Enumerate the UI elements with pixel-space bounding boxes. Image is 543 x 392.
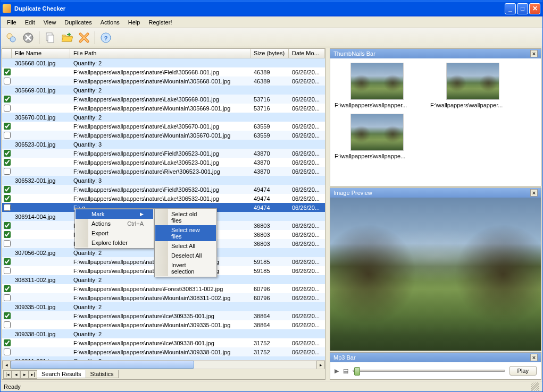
row-checkbox[interactable]	[2, 216, 12, 217]
find-duplicates-button[interactable]	[4, 30, 19, 45]
titlebar[interactable]: Duplicate Checker _ □ ✕	[1, 1, 542, 16]
file-row[interactable]: F:\wallpappers\wallpappers\nature\Field\…	[2, 185, 325, 194]
thumbnail-item[interactable]: F:\wallpappers\wallpapper...	[430, 63, 515, 108]
group-row[interactable]: 305669-001.jpgQuantity: 2	[2, 86, 325, 95]
group-row[interactable]: 305670-001.jpgQuantity: 2	[2, 113, 325, 122]
row-checkbox[interactable]	[2, 306, 12, 308]
group-row[interactable]: 305668-001.jpgQuantity: 2	[2, 58, 325, 67]
row-checkbox[interactable]	[2, 63, 12, 64]
menu-file[interactable]: File	[3, 18, 21, 27]
row-checkbox[interactable]	[2, 294, 12, 302]
horizontal-scrollbar[interactable]: ◂ ▸	[2, 360, 325, 369]
context-menu[interactable]: Mark▶ActionsCtrl+AExportExplore folder	[74, 208, 154, 249]
menu-actions[interactable]: Actions	[96, 18, 124, 27]
file-row[interactable]: F:\wallpappers\wallpappers\nature\Forest…	[2, 284, 325, 293]
file-row[interactable]: F:\wallpappers\wallpappers\nature\Mounta…	[2, 76, 325, 86]
thumbnail-item[interactable]: F:\wallpappers\wallpappe...	[335, 114, 420, 159]
file-row[interactable]: F:\wallpappers\wallpappers\nature\Mounta…	[2, 320, 325, 329]
scroll-left-icon[interactable]: ◂	[2, 361, 11, 369]
stop-button[interactable]	[21, 30, 36, 45]
row-checkbox[interactable]	[2, 95, 12, 103]
play-icon[interactable]: ▶	[335, 368, 339, 374]
close-button[interactable]: ✕	[529, 3, 540, 14]
column-checkbox[interactable]	[2, 49, 12, 58]
file-row[interactable]: F:\wallpappers\wallpappers\nature\Field\…	[2, 67, 325, 76]
file-row[interactable]: F:\wallpappers\wallpappers\nature\Mounta…	[2, 347, 325, 356]
ctx-item-explore-folder[interactable]: Explore folder	[76, 238, 153, 248]
close-panel-icon[interactable]: ×	[530, 50, 538, 57]
close-panel-icon[interactable]: ×	[530, 189, 538, 197]
sheet-nav-button[interactable]: ◂	[12, 370, 20, 379]
file-row[interactable]: F:\wallpappers\wallpappers\nature\Mounta…	[2, 293, 325, 302]
row-checkbox[interactable]	[2, 185, 12, 193]
row-checkbox[interactable]	[2, 167, 12, 175]
row-checkbox[interactable]	[2, 231, 12, 238]
row-checkbox[interactable]	[2, 339, 12, 347]
menu-register[interactable]: Register!	[144, 18, 176, 27]
ctx-item-export[interactable]: Export	[76, 228, 153, 238]
column-filepath[interactable]: File Path	[70, 49, 250, 58]
row-checkbox[interactable]	[2, 221, 12, 229]
row-checkbox[interactable]	[2, 68, 12, 76]
menu-duplicates[interactable]: Duplicates	[60, 18, 96, 27]
column-filename[interactable]: File Name	[12, 49, 70, 58]
mp3-header[interactable]: Mp3 Bar ×	[330, 353, 541, 362]
row-checkbox[interactable]	[2, 77, 12, 85]
thumbnails-body[interactable]: F:\wallpappers\wallpapper...F:\wallpappe…	[330, 58, 541, 164]
menu-edit[interactable]: Edit	[21, 18, 39, 27]
file-row[interactable]: F:\wallpappers\wallpappers\nature\Mounta…	[2, 104, 325, 113]
row-checkbox[interactable]	[2, 194, 12, 202]
row-checkbox[interactable]	[2, 267, 12, 275]
group-row[interactable]: 306523-001.jpgQuantity: 3	[2, 140, 325, 149]
row-checkbox[interactable]	[2, 180, 12, 181]
delete-button[interactable]	[77, 30, 91, 45]
group-row[interactable]: 309335-001.jpgQuantity: 2	[2, 302, 325, 311]
thumbnail-item[interactable]: F:\wallpappers\wallpapper...	[335, 63, 420, 108]
sheet-tab-statistics[interactable]: Statistics	[86, 370, 119, 378]
row-checkbox[interactable]	[2, 321, 12, 329]
playlist-icon[interactable]: ▤	[343, 368, 348, 374]
file-row[interactable]: F:\wallpappers\wallpappers\nature\River\…	[2, 167, 325, 176]
new-button[interactable]	[43, 30, 57, 45]
row-checkbox[interactable]	[2, 104, 12, 112]
group-row[interactable]: 310211-001.jpgQuantity: 2	[2, 356, 325, 360]
ctx-item-select-new-files[interactable]: Select new files	[155, 225, 216, 241]
play-button[interactable]: Play	[509, 366, 537, 376]
file-row[interactable]: F:\wallpappers\wallpappers\nature\Ice\30…	[2, 311, 325, 320]
open-folder-button[interactable]	[60, 30, 74, 45]
menu-help[interactable]: Help	[124, 18, 145, 27]
help-button[interactable]: ?	[98, 30, 113, 45]
file-row[interactable]: F:\wallpappers\wallpappers\nature\Lake\3…	[2, 194, 325, 203]
row-checkbox[interactable]	[2, 117, 12, 118]
row-checkbox[interactable]	[2, 90, 12, 91]
scroll-right-icon[interactable]: ▸	[316, 361, 325, 369]
row-checkbox[interactable]	[2, 144, 12, 145]
file-row[interactable]: F:\wallpappers\wallpappers\nature\Field\…	[2, 149, 325, 158]
group-row[interactable]: 309338-001.jpgQuantity: 2	[2, 329, 325, 338]
group-row[interactable]: 306532-001.jpgQuantity: 3	[2, 176, 325, 185]
column-date[interactable]: Date Mo...	[289, 49, 325, 58]
menu-view[interactable]: View	[39, 18, 61, 27]
sheet-tab-search-results[interactable]: Search Results	[37, 370, 86, 378]
vertical-splitter[interactable]	[327, 47, 329, 381]
row-checkbox[interactable]	[2, 240, 12, 248]
row-checkbox[interactable]	[2, 131, 12, 139]
row-checkbox[interactable]	[2, 285, 12, 293]
row-checkbox[interactable]	[2, 279, 12, 280]
row-checkbox[interactable]	[2, 258, 12, 266]
file-row[interactable]: F:\wallpappers\wallpappers\nature\Lake\3…	[2, 122, 325, 131]
row-checkbox[interactable]	[2, 203, 12, 211]
file-row[interactable]: F:\wallpappers\wallpappers\nature\Ice\30…	[2, 338, 325, 347]
context-submenu[interactable]: Select old filesSelect new filesSelect A…	[154, 208, 217, 277]
ctx-item-invert-selection[interactable]: Invert selection	[155, 260, 216, 276]
row-checkbox[interactable]	[2, 334, 12, 335]
ctx-item-select-all[interactable]: Select All	[155, 241, 216, 251]
ctx-item-actions[interactable]: ActionsCtrl+A	[76, 219, 153, 228]
row-checkbox[interactable]	[2, 348, 12, 356]
maximize-button[interactable]: □	[517, 3, 528, 14]
minimize-button[interactable]: _	[505, 3, 516, 14]
file-row[interactable]: F:\wallpappers\wallpappers\nature\Lake\3…	[2, 95, 325, 104]
row-checkbox[interactable]	[2, 158, 12, 166]
row-checkbox[interactable]	[2, 122, 12, 130]
row-checkbox[interactable]	[2, 252, 12, 253]
